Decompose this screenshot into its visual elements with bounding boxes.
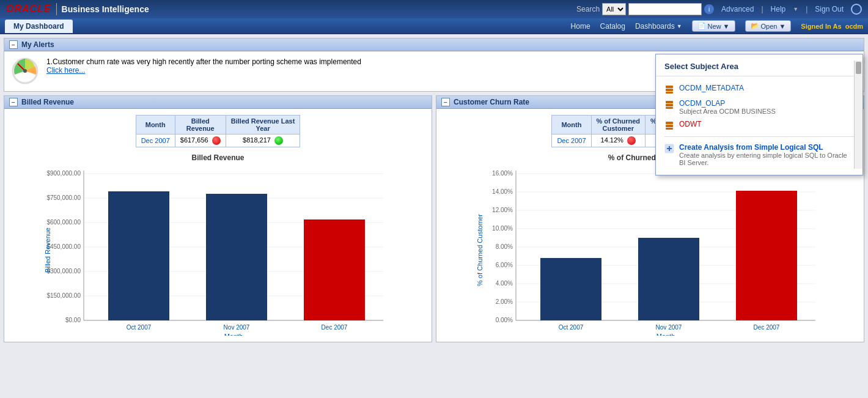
col-billed-rev: BilledRevenue (175, 116, 226, 135)
billed-revenue-chart: $900,000.00 $750,000.00 $600,000.00 $450… (10, 164, 425, 336)
svg-text:$0.00: $0.00 (65, 317, 80, 323)
olap-label: OCDM_OLAP (679, 99, 776, 108)
svg-text:14.00%: 14.00% (492, 188, 513, 195)
svg-text:$150,000.00: $150,000.00 (46, 292, 81, 299)
user-icon (851, 4, 862, 15)
svg-text:16.00%: 16.00% (492, 170, 513, 177)
database-icon-olap (664, 100, 674, 109)
gauge-chart (12, 57, 39, 85)
cell-month: Dec 2007 (136, 135, 175, 147)
search-area: Search All i (576, 3, 714, 15)
panel-title: Select Subject Area (656, 61, 862, 76)
svg-text:$750,000.00: $750,000.00 (46, 194, 81, 201)
new-label: New (708, 23, 721, 30)
alerts-text-area: 1.Customer churn rate was very high rece… (46, 57, 361, 75)
col-billed-rev-ly: Billed Revenue LastYear (226, 116, 300, 135)
database-icon-metadata (664, 84, 674, 94)
bar-dec (304, 219, 365, 320)
svg-text:Nov 2007: Nov 2007 (655, 324, 682, 331)
main-content: − My Alerts 1.Customer churn rate was ve… (0, 34, 868, 398)
database-icon-odwt (664, 120, 674, 130)
billed-revenue-header: − Billed Revenue (4, 96, 432, 109)
create-analysis-item[interactable]: Create Analysis from Simple Logical SQL … (656, 141, 862, 169)
catalog-link[interactable]: Catalog (600, 22, 625, 31)
cell-churn1: 14.12% (591, 135, 645, 147)
billed-revenue-title: Billed Revenue (21, 98, 74, 106)
oracle-logo-text: ORACLE (6, 4, 51, 15)
svg-rect-54 (666, 107, 673, 109)
search-input[interactable] (628, 3, 702, 15)
svg-text:$600,000.00: $600,000.00 (46, 219, 81, 226)
svg-text:Billed Revenue: Billed Revenue (44, 227, 51, 273)
svg-text:Dec 2007: Dec 2007 (321, 324, 347, 331)
cell-value2: $818,217 (226, 135, 300, 147)
bar-nov (206, 194, 267, 320)
subject-item-metadata[interactable]: OCDM_METADATA (656, 81, 862, 97)
svg-rect-55 (666, 122, 673, 124)
svg-text:$450,000.00: $450,000.00 (46, 243, 81, 250)
svg-point-2 (23, 69, 27, 73)
svg-text:$900,000.00: $900,000.00 (46, 170, 81, 177)
svg-rect-57 (666, 128, 673, 130)
svg-text:Month: Month (656, 333, 675, 336)
create-analysis-name: Create Analysis from Simple Logical SQL (679, 143, 854, 152)
svg-rect-52 (666, 101, 673, 103)
my-dashboard-tab[interactable]: My Dashboard (5, 20, 73, 33)
billed-revenue-collapse[interactable]: − (9, 98, 18, 106)
subject-item-odwt[interactable]: ODWT (656, 117, 862, 133)
subject-item-olap[interactable]: OCDM_OLAP Subject Area OCDM BUSINESS (656, 97, 862, 117)
nav-right: Home Catalog Dashboards ▼ 📄 New ▼ 📂 Open… (571, 20, 863, 32)
signed-in-label: Signed In As ocdm (801, 23, 863, 30)
nav-bar: My Dashboard Home Catalog Dashboards ▼ 📄… (0, 18, 868, 34)
metadata-label: OCDM_METADATA (679, 84, 744, 92)
churn-rate-title: Customer Churn Rate (454, 98, 529, 106)
dashboards-dropdown[interactable]: Dashboards ▼ (635, 22, 682, 31)
svg-rect-51 (666, 92, 673, 94)
subject-area-panel: Select Subject Area OCDM_METADATA (655, 54, 863, 175)
panel-divider (664, 136, 854, 137)
dashboards-arrow: ▼ (677, 23, 682, 29)
open-label: Open (761, 23, 778, 30)
subject-name-olap: OCDM_OLAP Subject Area OCDM BUSINESS (679, 99, 776, 115)
col-month: Month (136, 116, 175, 135)
dashboards-label: Dashboards (635, 22, 675, 31)
table-row: Dec 2007 $617,656 $818,217 (136, 135, 300, 147)
svg-text:Dec 2007: Dec 2007 (753, 324, 779, 331)
click-here-link[interactable]: Click here... (46, 66, 85, 75)
svg-rect-50 (666, 89, 673, 91)
odwt-label: ODWT (679, 120, 702, 128)
svg-rect-49 (666, 86, 673, 88)
new-button[interactable]: 📄 New ▼ (692, 20, 735, 32)
header-right: Search All i Advanced | Help ▼ | Sign Ou… (576, 3, 862, 15)
header-separator: | (761, 5, 763, 13)
subject-name-metadata: OCDM_METADATA (679, 84, 744, 92)
bar-oct-cr (540, 258, 601, 320)
info-icon[interactable]: i (704, 4, 714, 14)
search-dropdown[interactable]: All (602, 3, 626, 15)
svg-text:Month: Month (224, 333, 243, 336)
svg-text:Oct 2007: Oct 2007 (126, 324, 151, 331)
panel-scrollbar[interactable] (854, 61, 862, 169)
bar-nov-cr (638, 238, 699, 320)
alerts-collapse-icon[interactable]: − (9, 40, 18, 49)
bar-oct (108, 191, 169, 320)
alerts-header: − My Alerts (4, 39, 864, 51)
col-churned: % of ChurnedCustomer (591, 116, 645, 135)
home-link[interactable]: Home (571, 22, 590, 31)
bi-title: Business Intelligence (62, 4, 149, 14)
open-arrow: ▼ (779, 23, 785, 30)
svg-text:10.00%: 10.00% (492, 225, 513, 232)
churn-rate-collapse[interactable]: − (441, 98, 450, 106)
search-label: Search (576, 5, 600, 13)
advanced-link[interactable]: Advanced (721, 5, 754, 13)
oracle-logo: ORACLE Business Intelligence (6, 3, 149, 15)
open-button[interactable]: 📂 Open ▼ (745, 20, 792, 32)
signout-link[interactable]: Sign Out (815, 5, 844, 13)
cell-month-cr: Dec 2007 (552, 135, 591, 147)
svg-text:12.00%: 12.00% (492, 207, 513, 213)
help-link[interactable]: Help (771, 5, 786, 13)
alerts-title: My Alerts (21, 40, 54, 49)
create-analysis-icon (664, 144, 674, 153)
signed-in-text: Signed In As (801, 23, 841, 30)
svg-text:8.00%: 8.00% (495, 243, 512, 250)
